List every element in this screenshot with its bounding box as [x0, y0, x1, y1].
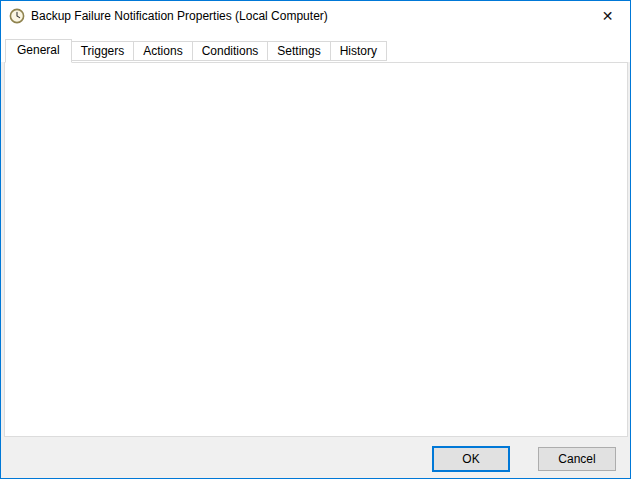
tab-triggers[interactable]: Triggers	[71, 41, 135, 61]
cancel-button[interactable]: Cancel	[538, 447, 616, 471]
tab-actions[interactable]: Actions	[133, 41, 192, 61]
title-bar: Backup Failure Notification Properties (…	[1, 1, 630, 31]
window-title: Backup Failure Notification Properties (…	[31, 9, 328, 23]
properties-dialog: Backup Failure Notification Properties (…	[0, 0, 631, 479]
ok-button[interactable]: OK	[432, 446, 510, 472]
tab-history[interactable]: History	[330, 41, 387, 61]
tab-settings[interactable]: Settings	[267, 41, 330, 61]
general-tab-page	[4, 62, 628, 437]
close-icon[interactable]: ✕	[585, 2, 630, 30]
tab-general[interactable]: General	[5, 39, 72, 63]
tab-conditions[interactable]: Conditions	[192, 41, 269, 61]
task-scheduler-clock-icon	[9, 8, 25, 24]
tab-strip: General Triggers Actions Conditions Sett…	[5, 39, 386, 62]
